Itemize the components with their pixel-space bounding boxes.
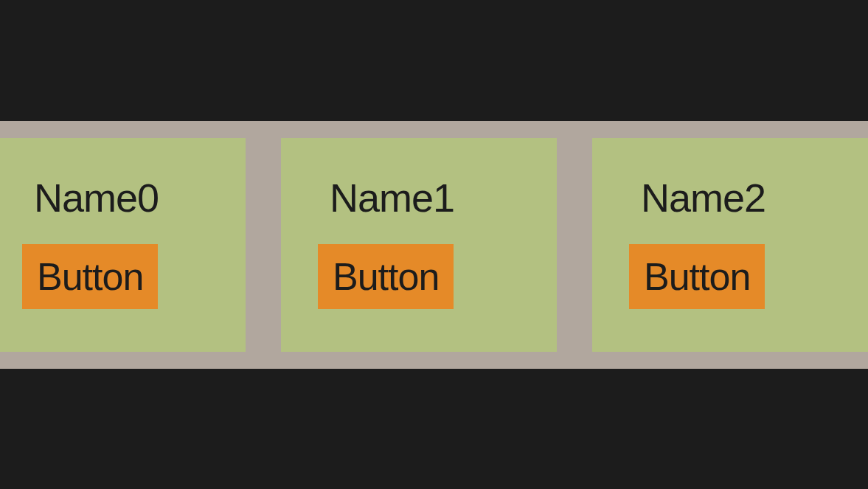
card-button[interactable]: Button: [22, 244, 158, 309]
card-0: Name0 Button: [0, 138, 246, 352]
card-button[interactable]: Button: [318, 244, 454, 309]
card-name: Name2: [629, 175, 831, 221]
card-strip: Name0 Button Name1 Button Name2 Button: [0, 121, 868, 369]
card-button[interactable]: Button: [629, 244, 765, 309]
card-1: Name1 Button: [281, 138, 557, 352]
card-name: Name1: [318, 175, 520, 221]
card-2: Name2 Button: [592, 138, 868, 352]
card-name: Name0: [22, 175, 209, 221]
